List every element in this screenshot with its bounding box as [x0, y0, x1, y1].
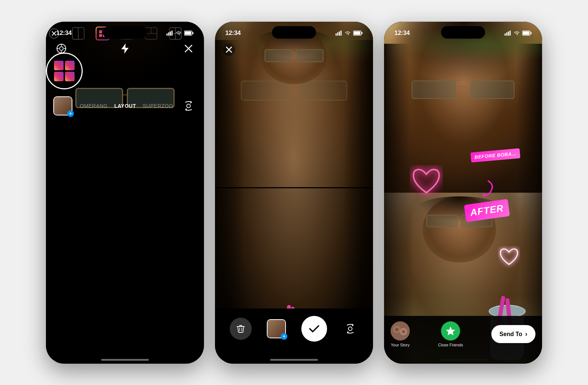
- svg-rect-44: [339, 31, 340, 36]
- close-button-2[interactable]: [222, 43, 236, 58]
- layout-label[interactable]: LAYOUT: [114, 103, 136, 109]
- svg-rect-1: [168, 32, 169, 36]
- status-icons-2: [336, 31, 363, 36]
- svg-rect-45: [341, 31, 342, 36]
- svg-rect-47: [354, 31, 361, 35]
- svg-point-41: [187, 104, 190, 108]
- top-controls-1: [46, 42, 204, 55]
- star-icon: [445, 326, 456, 336]
- close-icon-2: [222, 43, 236, 56]
- svg-point-55: [348, 327, 352, 331]
- svg-marker-83: [446, 327, 455, 335]
- wifi-icon-3: [513, 31, 520, 36]
- superzoom-label: SUPERZOO: [143, 103, 173, 109]
- home-indicator-2: [270, 359, 318, 361]
- battery-icon: [184, 31, 194, 36]
- svg-rect-61: [523, 31, 530, 35]
- plus-badge-1: +: [67, 110, 74, 117]
- svg-rect-42: [336, 33, 337, 36]
- send-to-button[interactable]: Send To ›: [491, 325, 535, 343]
- camera-bottom-bar-1: + OMERANG LAYOUT SUPERZOO: [46, 89, 204, 130]
- dynamic-island: [103, 26, 147, 39]
- delete-button[interactable]: [230, 318, 252, 340]
- status-time-2: 12:34: [225, 29, 241, 37]
- neon-heart-solid-sticker[interactable]: [498, 246, 520, 268]
- neon-heart-svg: [410, 165, 443, 198]
- status-icons-1: [166, 31, 194, 36]
- before-boba-text: BEFORE BOBA...: [474, 151, 517, 160]
- flash-button[interactable]: [118, 42, 132, 55]
- svg-point-81: [395, 328, 399, 331]
- signal-icon: [166, 31, 173, 36]
- phone-1-layout-mode: 12:34: [46, 22, 204, 364]
- svg-marker-63: [481, 193, 487, 198]
- bottom-bar-2: +: [215, 309, 373, 364]
- flip-camera-button-1[interactable]: [180, 98, 197, 114]
- svg-rect-6: [193, 32, 194, 34]
- send-to-label: Send To: [499, 331, 522, 338]
- close-friends-label: Close Friends: [438, 343, 463, 347]
- svg-rect-3: [172, 31, 173, 36]
- status-icons-3: [505, 31, 532, 36]
- boomerang-label: OMERANG: [80, 103, 108, 109]
- dynamic-island-3: [441, 26, 485, 39]
- mode-labels-1: OMERANG LAYOUT SUPERZOO: [72, 103, 180, 109]
- plus-badge-2: +: [281, 333, 287, 340]
- svg-rect-0: [166, 33, 168, 36]
- photo-separator: [215, 187, 373, 188]
- close-friends-avatar: [441, 321, 460, 341]
- flip-camera-button-2[interactable]: [342, 321, 358, 337]
- send-to-chevron: ›: [525, 330, 527, 338]
- flash-icon: [121, 43, 129, 54]
- close-icon-1: [184, 44, 193, 53]
- neon-heart-sticker[interactable]: [410, 165, 443, 198]
- phone-3-story-edit: 12:34: [384, 22, 542, 364]
- signal-icon-2: [336, 31, 342, 36]
- your-story-avatar-img: [391, 321, 410, 341]
- svg-rect-58: [508, 31, 509, 36]
- svg-rect-2: [170, 31, 171, 36]
- battery-icon-3: [522, 31, 532, 36]
- delete-icon: [236, 324, 246, 334]
- close-friends-button[interactable]: Close Friends: [438, 321, 463, 347]
- gallery-thumbnail-2[interactable]: +: [267, 319, 286, 338]
- check-icon: [308, 322, 321, 335]
- wifi-icon-2: [344, 31, 351, 36]
- svg-rect-57: [506, 32, 508, 36]
- svg-rect-43: [337, 32, 338, 36]
- flip-camera-icon-1: [183, 100, 194, 112]
- signal-icon-3: [505, 31, 511, 36]
- check-button[interactable]: [301, 316, 327, 342]
- wifi-icon: [175, 31, 182, 36]
- svg-point-7: [60, 47, 63, 50]
- neon-heart-solid-svg: [498, 246, 520, 268]
- status-time-1: 12:34: [56, 29, 72, 37]
- your-story-avatar: [391, 321, 410, 341]
- settings-icon: [56, 43, 67, 54]
- your-story-button[interactable]: Your Story: [391, 321, 410, 347]
- your-story-label: Your Story: [391, 343, 410, 347]
- svg-rect-5: [185, 31, 191, 35]
- status-time-3: 12:34: [394, 29, 410, 37]
- home-indicator-1: [101, 359, 149, 361]
- svg-point-82: [402, 330, 405, 334]
- svg-rect-48: [362, 32, 363, 34]
- flip-camera-icon-2: [344, 323, 356, 335]
- svg-rect-59: [510, 31, 511, 36]
- story-bottom-bar: Your Story Close Friends Send To ›: [384, 316, 542, 364]
- phone-2-split-view: 12:34: [215, 22, 373, 364]
- after-text: AFTER: [470, 202, 505, 218]
- battery-icon-2: [353, 31, 363, 36]
- close-button-1[interactable]: [182, 42, 195, 55]
- svg-rect-62: [531, 32, 532, 34]
- gallery-thumbnail-1[interactable]: +: [53, 96, 72, 115]
- settings-button[interactable]: [55, 42, 68, 55]
- svg-marker-13: [121, 43, 129, 54]
- svg-rect-56: [505, 33, 506, 36]
- dynamic-island-2: [272, 26, 316, 39]
